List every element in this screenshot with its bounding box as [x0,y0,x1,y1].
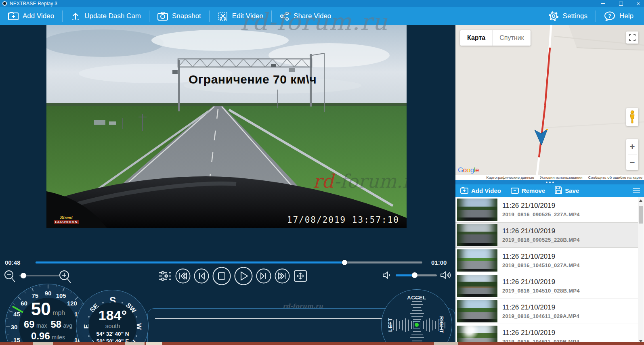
attribution-link[interactable]: Условия использования [540,175,582,180]
gforce-tick [423,321,424,329]
volume-handle[interactable] [412,272,417,278]
heading-value: 184° [99,308,127,322]
map-zoom-out-button[interactable]: − [626,155,638,170]
current-time-label: 00:48 [5,259,20,266]
playlist-item[interactable]: 11:26 21/10/20192019_0816_104510_027A.MP… [455,248,638,273]
main-toolbar: Add Video Update Dash Cam Snapshot Edit … [0,7,644,25]
map-tab[interactable]: Карта [460,30,492,46]
zoom-slider-handle[interactable] [21,273,26,278]
playlist-menu-button[interactable] [633,188,640,193]
playlist-add-label: Add Video [471,187,501,194]
video-time: 11:26 21/10/2019 [502,253,580,261]
transport-controls [0,267,455,285]
pegman-control[interactable] [626,108,638,126]
compass-dot [102,302,104,303]
folder-plus-icon [460,187,468,195]
video-thumbnail [457,249,497,272]
playlist-add-button[interactable]: Add Video [455,184,506,197]
video-timestamp: 17/08/2019 13:57:10 [287,215,399,225]
gforce-tick [396,319,397,331]
playlist-item[interactable]: 11:26 21/10/20192019_0816_104510_028B.MP… [455,273,638,299]
settings-button[interactable]: Settings [540,7,596,25]
volume-slider[interactable] [396,274,437,276]
gforce-tick [412,301,422,302]
window-title: NEXTBASE Replay 3 [10,1,57,6]
playlist-item[interactable]: 11:26 21/10/20192019_0816_104611_029A.MP… [455,299,638,324]
distance-unit: miles [52,334,65,341]
seek-bar-progress [36,261,345,263]
map-canvas[interactable]: Карта Спутник + − Google [455,25,644,175]
close-button[interactable]: × [637,2,640,6]
playlist-item[interactable]: 11:26 21/10/20192019_0816_090525_228B.MP… [455,222,638,248]
playlist-save-label: Save [565,187,579,194]
gforce-tick [410,313,424,314]
google-logo: Google [458,166,479,174]
speedometer-tick-label: 30 [11,324,18,330]
add-video-button[interactable]: Add Video [0,7,62,25]
fullscreen-button[interactable] [293,269,308,283]
zoom-slider[interactable] [19,275,59,276]
latitude-value: 54° 32' 40" N [96,330,129,338]
scrollbar-thumb[interactable] [639,206,643,224]
map-fullscreen-button[interactable] [626,31,638,44]
previous-frame-button[interactable] [194,268,209,284]
attribution-link[interactable]: Картографические данные [487,175,534,180]
video-thumbnail [457,300,497,322]
help-button[interactable]: ? Help [596,7,644,25]
play-button[interactable] [234,267,253,285]
video-display[interactable]: Ограничение 70 км\ч Street GUARDIAN 17/0… [46,25,407,228]
scroll-up-button[interactable] [638,198,644,203]
speedometer-tick-label: 105 [56,292,66,299]
stop-button[interactable] [212,267,231,285]
max-speed-value: 69 [24,319,35,330]
volume-high-icon[interactable] [440,270,451,280]
gforce-tick [413,307,421,308]
gforce-tick [411,316,423,317]
max-speed-label: max [36,322,47,329]
attribution-link[interactable]: Сообщить об ошибке на карте [588,175,642,180]
zoom-in-icon[interactable] [58,270,72,284]
compass-dot [88,335,90,337]
satellite-tab[interactable]: Спутник [492,30,531,46]
next-frame-button[interactable] [256,268,271,284]
playlist-save-button[interactable]: Save [550,184,584,197]
speedometer-tick-label: 75 [32,292,39,299]
map-zoom-control: + − [626,139,638,170]
share-icon [280,11,289,21]
gforce-tick [412,310,422,311]
zoom-out-icon[interactable] [3,270,16,283]
compass-dot [88,316,90,318]
skip-to-end-button[interactable] [275,268,290,284]
playlist-scrollbar[interactable] [638,197,644,345]
app-window: NEXTBASE Replay 3 × Add Video Update Das… [0,0,644,345]
gforce-tick [412,341,422,341]
triangle-up-icon [639,199,642,202]
playlist-remove-button[interactable]: Remove [506,184,550,197]
titlebar: NEXTBASE Replay 3 × [0,0,644,7]
video-filename: 2019_0816_090525_227A.MP4 [502,211,580,217]
overlay-options-icon[interactable] [158,270,172,282]
maximize-button[interactable] [619,2,623,6]
edit-video-button[interactable]: Edit Video [210,7,271,25]
settings-label: Settings [563,12,587,20]
drag-dot [549,182,551,183]
minimize-button[interactable] [601,3,605,4]
update-dash-cam-button[interactable]: Update Dash Cam [63,7,149,25]
playlist-item[interactable]: 11:26 21/10/20192019_0816_090525_227A.MP… [455,197,638,222]
gforce-indicator [413,321,420,328]
volume-low-icon[interactable] [382,270,392,280]
skip-to-start-button[interactable] [175,268,191,284]
share-video-button[interactable]: Share Video [272,7,339,25]
gear-icon [548,11,559,21]
right-panel: Карта Спутник + − Google Картографически… [455,25,644,345]
total-time-label: 01:00 [431,259,447,266]
gforce-tick [411,335,423,335]
video-thumbnail [457,199,497,221]
seek-handle[interactable] [342,260,347,265]
panel-splitter[interactable] [455,180,644,184]
seek-bar[interactable] [36,261,422,263]
map-zoom-in-button[interactable]: + [626,139,638,155]
fullscreen-icon [629,34,636,41]
snapshot-button[interactable]: Snapshot [149,7,209,25]
video-filename: 2019_0816_104611_029A.MP4 [502,313,579,319]
